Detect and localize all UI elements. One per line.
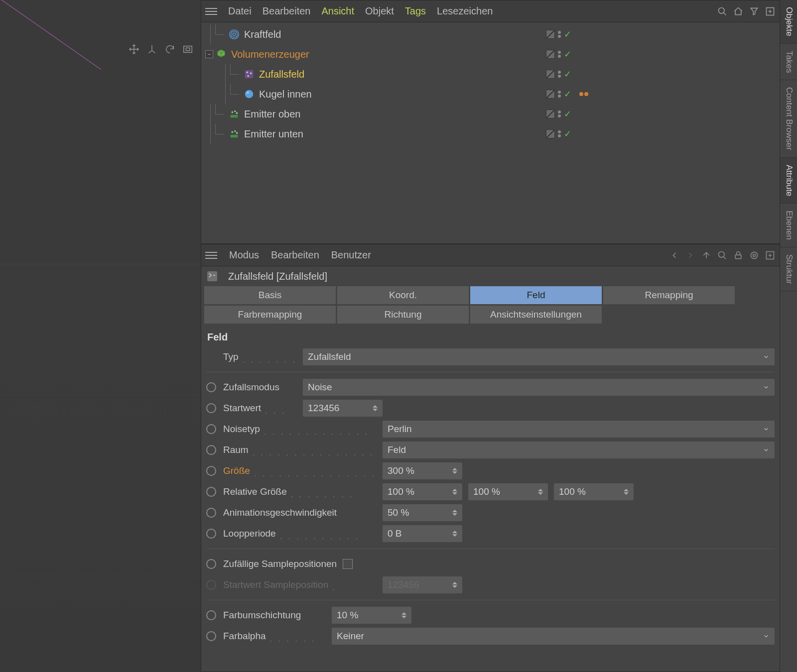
input-relgroesse-z[interactable]: 100 %	[554, 483, 634, 500]
layer-dots-icon[interactable]	[558, 31, 561, 38]
tab-richtung[interactable]: Richtung	[337, 306, 469, 324]
side-tab-takes[interactable]: Takes	[780, 44, 797, 80]
input-groesse[interactable]: 300 %	[383, 462, 462, 479]
menu-bearbeiten[interactable]: Bearbeiten	[263, 5, 311, 17]
anim-toggle[interactable]	[206, 559, 216, 569]
anim-toggle[interactable]	[206, 529, 216, 539]
visibility-toggle[interactable]	[546, 50, 555, 59]
side-tab-objekte[interactable]: Objekte	[780, 0, 797, 44]
visibility-toggle[interactable]	[546, 30, 555, 39]
tab-remapping[interactable]: Remapping	[603, 286, 735, 304]
object-name[interactable]: Volumenerzeuger	[231, 49, 309, 60]
collapse-toggle[interactable]: −	[205, 50, 213, 58]
tab-ansichtseinstellungen[interactable]: Ansichtseinstellungen	[470, 306, 602, 324]
simulation-tag-icon[interactable]	[579, 92, 588, 96]
anim-toggle[interactable]	[206, 424, 216, 434]
menu-tags[interactable]: Tags	[405, 5, 426, 17]
dropdown-farbalpha[interactable]: Keiner	[332, 628, 775, 645]
visibility-toggle[interactable]	[546, 129, 555, 138]
input-animgeschw[interactable]: 50 %	[383, 504, 462, 521]
tree-row-kugel-innen[interactable]: Kugel innen ✓	[201, 84, 780, 104]
layer-dots-icon[interactable]	[558, 91, 561, 98]
hamburger-icon[interactable]	[205, 252, 217, 259]
object-name[interactable]: Kraftfeld	[244, 29, 281, 40]
anim-toggle[interactable]	[206, 445, 216, 455]
enable-check-icon[interactable]: ✓	[564, 49, 571, 60]
lock-icon[interactable]	[733, 250, 744, 261]
anim-toggle[interactable]	[206, 610, 216, 620]
attractor-icon	[228, 28, 240, 40]
input-loopperiode[interactable]: 0 B	[383, 525, 462, 542]
tree-row-emitter-oben[interactable]: Emitter oben ✓	[201, 104, 780, 124]
tree-row-zufallsfeld[interactable]: Zufallsfeld ✓	[201, 64, 780, 84]
viewport[interactable]	[0, 0, 201, 672]
layer-dots-icon[interactable]	[558, 51, 561, 58]
dropdown-noisetyp[interactable]: Perlin	[383, 421, 775, 438]
label-relative-groesse: Relative Größe	[223, 486, 287, 497]
up-icon[interactable]	[701, 250, 712, 261]
add-panel-icon[interactable]	[765, 250, 776, 261]
dropdown-zufallsmodus[interactable]: Noise	[303, 379, 775, 396]
enable-check-icon[interactable]: ✓	[564, 128, 571, 139]
layer-dots-icon[interactable]	[558, 130, 561, 137]
object-name[interactable]: Emitter unten	[244, 128, 303, 140]
menu-modus[interactable]: Modus	[229, 249, 259, 261]
enable-check-icon[interactable]: ✓	[564, 89, 571, 100]
frame-tool-icon[interactable]	[181, 42, 195, 56]
axis-tool-icon[interactable]	[145, 42, 159, 56]
search-icon[interactable]	[717, 250, 728, 261]
object-tree[interactable]: Kraftfeld ✓ − Volumenerzeuger ✓ Zufallsf…	[201, 22, 780, 243]
side-tab-struktur[interactable]: Struktur	[780, 247, 797, 292]
enable-check-icon[interactable]: ✓	[564, 109, 571, 119]
add-panel-icon[interactable]	[765, 6, 776, 17]
object-name[interactable]: Kugel innen	[259, 89, 312, 100]
tab-koord[interactable]: Koord.	[337, 286, 469, 304]
menu-datei[interactable]: Datei	[228, 5, 252, 17]
menu-objekt[interactable]: Objekt	[365, 5, 394, 17]
anim-toggle[interactable]	[206, 403, 216, 413]
anim-toggle[interactable]	[206, 382, 216, 392]
enable-check-icon[interactable]: ✓	[564, 69, 571, 80]
visibility-toggle[interactable]	[546, 70, 555, 79]
checkbox-zufaellige-samplepos[interactable]	[343, 559, 353, 569]
hamburger-icon[interactable]	[205, 8, 217, 15]
input-relgroesse-x[interactable]: 100 %	[383, 483, 462, 500]
menu-benutzer[interactable]: Benutzer	[331, 249, 371, 261]
filter-icon[interactable]	[749, 6, 760, 17]
tab-farbremapping[interactable]: Farbremapping	[204, 306, 336, 324]
layer-dots-icon[interactable]	[558, 71, 561, 78]
side-tab-content-browser[interactable]: Content Browser	[780, 80, 797, 158]
tab-feld[interactable]: Feld	[470, 286, 602, 304]
search-icon[interactable]	[717, 6, 728, 17]
visibility-toggle[interactable]	[546, 110, 555, 118]
dropdown-typ[interactable]: Zufallsfeld	[303, 348, 775, 365]
object-name[interactable]: Emitter oben	[244, 109, 300, 120]
tree-row-volumenerzeuger[interactable]: − Volumenerzeuger ✓	[201, 44, 780, 64]
tab-basis[interactable]: Basis	[204, 286, 336, 304]
menu-ansicht[interactable]: Ansicht	[321, 5, 354, 17]
home-icon[interactable]	[733, 6, 744, 17]
dropdown-raum[interactable]: Feld	[383, 442, 775, 458]
menu-bearbeiten[interactable]: Bearbeiten	[271, 249, 319, 261]
anim-toggle[interactable]	[206, 508, 216, 518]
label-farbumschichtung: Farbumschichtung	[223, 610, 301, 621]
object-name[interactable]: Zufallsfeld	[259, 69, 304, 80]
target-icon[interactable]	[749, 250, 760, 261]
anim-toggle[interactable]	[206, 466, 216, 476]
anim-toggle[interactable]	[206, 487, 216, 497]
move-tool-icon[interactable]	[127, 42, 141, 56]
visibility-toggle[interactable]	[546, 90, 555, 99]
tree-row-emitter-unten[interactable]: Emitter unten ✓	[201, 124, 780, 144]
side-tab-ebenen[interactable]: Ebenen	[780, 204, 797, 247]
back-icon[interactable]	[669, 250, 680, 261]
refresh-tool-icon[interactable]	[163, 42, 177, 56]
enable-check-icon[interactable]: ✓	[564, 29, 571, 40]
input-farbumschichtung[interactable]: 10 %	[332, 607, 411, 624]
anim-toggle[interactable]	[206, 631, 216, 641]
menu-lesezeichen[interactable]: Lesezeichen	[437, 5, 493, 17]
input-startwert[interactable]: 123456	[303, 400, 383, 417]
layer-dots-icon[interactable]	[558, 111, 561, 117]
side-tab-attribute[interactable]: Attribute	[780, 158, 797, 204]
tree-row-kraftfeld[interactable]: Kraftfeld ✓	[201, 24, 780, 44]
input-relgroesse-y[interactable]: 100 %	[468, 483, 548, 500]
